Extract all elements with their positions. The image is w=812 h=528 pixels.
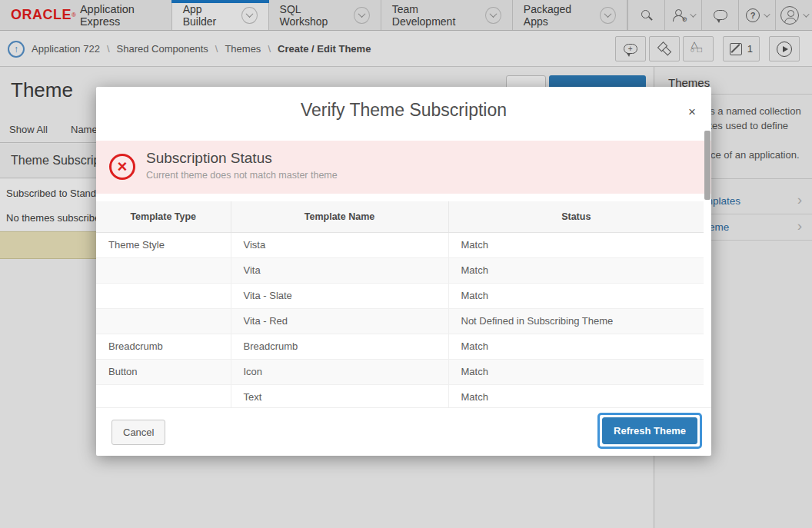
cancel-button[interactable]: Cancel [111, 420, 165, 445]
table-cell: Button [96, 359, 231, 384]
table-cell: Match [448, 232, 704, 257]
table-cell: Match [448, 384, 704, 407]
column-status: Status [448, 201, 704, 232]
table-cell: Not Defined in Subscribing Theme [448, 308, 704, 334]
alert-message: Current theme does not match master them… [146, 170, 338, 181]
dialog-header: Verify Theme Subscription × [96, 87, 711, 141]
scrollbar-thumb[interactable] [704, 131, 710, 200]
table-cell [96, 283, 231, 308]
table-cell: Match [448, 257, 704, 283]
table-cell: Vita [231, 257, 448, 283]
table-row: ButtonIconMatch [96, 359, 704, 384]
subscription-status-alert: × Subscription Status Current theme does… [96, 141, 711, 194]
error-icon: × [109, 154, 135, 180]
table-cell: Vista [231, 232, 448, 257]
table-cell [96, 257, 231, 283]
column-template-type: Template Type [96, 201, 231, 232]
verify-theme-subscription-dialog: Verify Theme Subscription × × Subscripti… [96, 87, 711, 456]
table-cell [96, 308, 231, 334]
table-row: TextMatch [96, 384, 704, 407]
table-row: Theme StyleVistaMatch [96, 232, 704, 257]
table-row: BreadcrumbBreadcrumbMatch [96, 334, 704, 359]
table-cell: Match [448, 334, 704, 359]
table-row: Vita - RedNot Defined in Subscribing The… [96, 308, 704, 334]
table-cell [96, 384, 231, 407]
table-cell: Icon [231, 359, 448, 384]
table-cell: Vita - Slate [231, 283, 448, 308]
table-row: Vita - SlateMatch [96, 283, 704, 308]
table-cell: Breadcrumb [231, 334, 448, 359]
refresh-theme-button[interactable]: Refresh Theme [602, 417, 697, 444]
focus-ring: Refresh Theme [597, 413, 702, 449]
table-cell: Text [231, 384, 448, 407]
alert-title: Subscription Status [146, 150, 272, 167]
table-header-row: Template Type Template Name Status [96, 201, 704, 232]
column-template-name: Template Name [231, 201, 448, 232]
status-table: Template Type Template Name Status Theme… [96, 201, 704, 407]
table-row: VitaMatch [96, 257, 704, 283]
table-cell: Match [448, 283, 704, 308]
close-icon[interactable]: × [688, 105, 696, 118]
status-table-body: Theme StyleVistaMatchVitaMatchVita - Sla… [96, 232, 704, 407]
dialog-footer: Cancel Refresh Theme [96, 407, 711, 456]
dialog-body: × Subscription Status Current theme does… [96, 141, 711, 407]
table-cell: Vita - Red [231, 308, 448, 334]
table-cell: Match [448, 359, 704, 384]
table-cell: Breadcrumb [96, 334, 231, 359]
dialog-title: Verify Theme Subscription [96, 100, 711, 121]
table-cell: Theme Style [96, 232, 231, 257]
